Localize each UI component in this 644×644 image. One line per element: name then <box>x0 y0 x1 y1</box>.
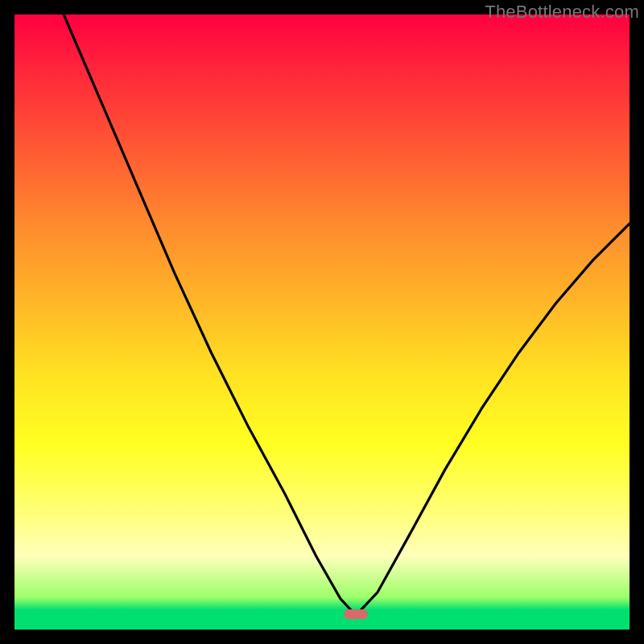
watermark-text: TheBottleneck.com <box>485 2 639 23</box>
bottleneck-curve <box>14 14 630 630</box>
curve-left-branch <box>64 14 356 615</box>
chart-frame: TheBottleneck.com <box>0 0 644 644</box>
curve-right-branch <box>356 224 630 616</box>
minimum-marker <box>344 609 368 619</box>
plot-area <box>14 14 630 630</box>
